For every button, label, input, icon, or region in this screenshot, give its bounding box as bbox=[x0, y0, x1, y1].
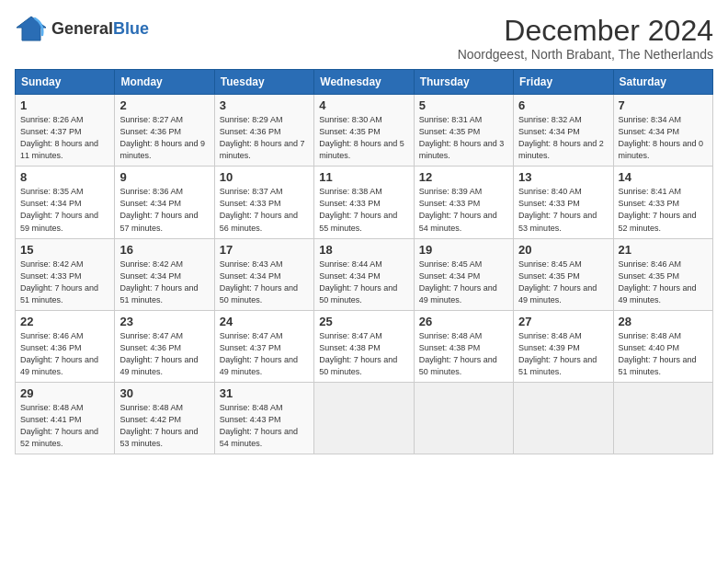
day-number: 9 bbox=[119, 170, 209, 184]
day-number: 17 bbox=[220, 243, 309, 257]
calendar-cell: 3 Sunrise: 8:29 AM Sunset: 4:36 PM Dayli… bbox=[214, 95, 313, 167]
calendar-table: SundayMondayTuesdayWednesdayThursdayFrid… bbox=[15, 69, 713, 454]
day-number: 21 bbox=[619, 243, 708, 257]
day-number: 13 bbox=[518, 170, 608, 184]
calendar-week-3: 15 Sunrise: 8:42 AM Sunset: 4:33 PM Dayl… bbox=[16, 238, 713, 310]
day-number: 23 bbox=[119, 315, 209, 328]
day-info: Sunrise: 8:32 AM Sunset: 4:34 PM Dayligh… bbox=[518, 114, 608, 162]
day-info: Sunrise: 8:29 AM Sunset: 4:36 PM Dayligh… bbox=[220, 114, 309, 162]
calendar-cell: 10 Sunrise: 8:37 AM Sunset: 4:33 PM Dayl… bbox=[214, 167, 313, 238]
calendar-cell: 2 Sunrise: 8:27 AM Sunset: 4:36 PM Dayli… bbox=[115, 95, 214, 167]
day-number: 27 bbox=[518, 315, 608, 328]
day-number: 8 bbox=[20, 170, 109, 184]
day-info: Sunrise: 8:48 AM Sunset: 4:43 PM Dayligh… bbox=[220, 402, 309, 450]
calendar-cell: 22 Sunrise: 8:46 AM Sunset: 4:36 PM Dayl… bbox=[16, 310, 115, 382]
day-number: 30 bbox=[119, 386, 209, 400]
col-header-friday: Friday bbox=[514, 70, 613, 95]
day-number: 22 bbox=[20, 315, 109, 328]
calendar-cell: 31 Sunrise: 8:48 AM Sunset: 4:43 PM Dayl… bbox=[214, 382, 313, 454]
calendar-cell: 13 Sunrise: 8:40 AM Sunset: 4:33 PM Dayl… bbox=[514, 167, 613, 238]
day-info: Sunrise: 8:47 AM Sunset: 4:36 PM Dayligh… bbox=[119, 330, 209, 378]
col-header-thursday: Thursday bbox=[414, 70, 513, 95]
page-header: General Blue December 2024 Noordgeest, N… bbox=[15, 15, 713, 62]
day-info: Sunrise: 8:27 AM Sunset: 4:36 PM Dayligh… bbox=[119, 114, 209, 162]
calendar-cell: 26 Sunrise: 8:48 AM Sunset: 4:38 PM Dayl… bbox=[414, 310, 513, 382]
col-header-saturday: Saturday bbox=[613, 70, 712, 95]
day-number: 20 bbox=[518, 243, 608, 257]
calendar-cell: 6 Sunrise: 8:32 AM Sunset: 4:34 PM Dayli… bbox=[514, 95, 613, 167]
day-info: Sunrise: 8:46 AM Sunset: 4:36 PM Dayligh… bbox=[20, 330, 109, 378]
logo: General Blue bbox=[15, 15, 149, 42]
day-info: Sunrise: 8:36 AM Sunset: 4:34 PM Dayligh… bbox=[119, 186, 209, 234]
calendar-cell: 20 Sunrise: 8:45 AM Sunset: 4:35 PM Dayl… bbox=[514, 238, 613, 310]
day-number: 14 bbox=[619, 170, 708, 184]
calendar-week-4: 22 Sunrise: 8:46 AM Sunset: 4:36 PM Dayl… bbox=[16, 310, 713, 382]
calendar-cell: 27 Sunrise: 8:48 AM Sunset: 4:39 PM Dayl… bbox=[514, 310, 613, 382]
page-title: December 2024 bbox=[458, 15, 713, 47]
calendar-week-2: 8 Sunrise: 8:35 AM Sunset: 4:34 PM Dayli… bbox=[16, 167, 713, 238]
day-info: Sunrise: 8:38 AM Sunset: 4:33 PM Dayligh… bbox=[319, 186, 408, 234]
calendar-cell: 11 Sunrise: 8:38 AM Sunset: 4:33 PM Dayl… bbox=[314, 167, 414, 238]
day-info: Sunrise: 8:44 AM Sunset: 4:34 PM Dayligh… bbox=[319, 259, 408, 306]
calendar-cell bbox=[414, 382, 513, 454]
day-info: Sunrise: 8:26 AM Sunset: 4:37 PM Dayligh… bbox=[20, 114, 109, 162]
day-info: Sunrise: 8:37 AM Sunset: 4:33 PM Dayligh… bbox=[220, 186, 309, 234]
day-info: Sunrise: 8:45 AM Sunset: 4:35 PM Dayligh… bbox=[518, 259, 608, 306]
day-info: Sunrise: 8:43 AM Sunset: 4:34 PM Dayligh… bbox=[220, 259, 309, 306]
day-number: 31 bbox=[220, 386, 309, 400]
col-header-sunday: Sunday bbox=[16, 70, 115, 95]
day-info: Sunrise: 8:40 AM Sunset: 4:33 PM Dayligh… bbox=[518, 186, 608, 234]
calendar-week-5: 29 Sunrise: 8:48 AM Sunset: 4:41 PM Dayl… bbox=[16, 382, 713, 454]
day-number: 12 bbox=[419, 170, 508, 184]
day-info: Sunrise: 8:39 AM Sunset: 4:33 PM Dayligh… bbox=[419, 186, 508, 234]
day-number: 19 bbox=[419, 243, 508, 257]
day-info: Sunrise: 8:42 AM Sunset: 4:34 PM Dayligh… bbox=[119, 259, 209, 306]
calendar-cell: 25 Sunrise: 8:47 AM Sunset: 4:38 PM Dayl… bbox=[314, 310, 414, 382]
day-number: 18 bbox=[319, 243, 408, 257]
calendar-cell: 15 Sunrise: 8:42 AM Sunset: 4:33 PM Dayl… bbox=[16, 238, 115, 310]
day-number: 28 bbox=[619, 315, 708, 328]
calendar-cell: 21 Sunrise: 8:46 AM Sunset: 4:35 PM Dayl… bbox=[613, 238, 712, 310]
col-header-wednesday: Wednesday bbox=[314, 70, 414, 95]
calendar-cell: 24 Sunrise: 8:47 AM Sunset: 4:37 PM Dayl… bbox=[214, 310, 313, 382]
title-block: December 2024 Noordgeest, North Brabant,… bbox=[458, 15, 713, 62]
day-number: 24 bbox=[220, 315, 309, 328]
calendar-cell bbox=[314, 382, 414, 454]
calendar-header-row: SundayMondayTuesdayWednesdayThursdayFrid… bbox=[16, 70, 713, 95]
calendar-cell: 19 Sunrise: 8:45 AM Sunset: 4:34 PM Dayl… bbox=[414, 238, 513, 310]
day-info: Sunrise: 8:45 AM Sunset: 4:34 PM Dayligh… bbox=[419, 259, 508, 306]
day-info: Sunrise: 8:48 AM Sunset: 4:41 PM Dayligh… bbox=[20, 402, 109, 450]
page-subtitle: Noordgeest, North Brabant, The Netherlan… bbox=[458, 47, 713, 62]
calendar-cell: 14 Sunrise: 8:41 AM Sunset: 4:33 PM Dayl… bbox=[613, 167, 712, 238]
calendar-cell: 18 Sunrise: 8:44 AM Sunset: 4:34 PM Dayl… bbox=[314, 238, 414, 310]
day-number: 10 bbox=[220, 170, 309, 184]
day-info: Sunrise: 8:48 AM Sunset: 4:42 PM Dayligh… bbox=[119, 402, 209, 450]
day-number: 6 bbox=[518, 98, 608, 112]
calendar-cell: 8 Sunrise: 8:35 AM Sunset: 4:34 PM Dayli… bbox=[16, 167, 115, 238]
calendar-cell: 23 Sunrise: 8:47 AM Sunset: 4:36 PM Dayl… bbox=[115, 310, 214, 382]
day-number: 3 bbox=[220, 98, 309, 112]
calendar-cell: 30 Sunrise: 8:48 AM Sunset: 4:42 PM Dayl… bbox=[115, 382, 214, 454]
day-number: 4 bbox=[319, 98, 408, 112]
calendar-week-1: 1 Sunrise: 8:26 AM Sunset: 4:37 PM Dayli… bbox=[16, 95, 713, 167]
day-info: Sunrise: 8:48 AM Sunset: 4:38 PM Dayligh… bbox=[419, 330, 508, 378]
calendar-cell: 5 Sunrise: 8:31 AM Sunset: 4:35 PM Dayli… bbox=[414, 95, 513, 167]
day-info: Sunrise: 8:47 AM Sunset: 4:38 PM Dayligh… bbox=[319, 330, 408, 378]
day-number: 5 bbox=[419, 98, 508, 112]
calendar-cell: 7 Sunrise: 8:34 AM Sunset: 4:34 PM Dayli… bbox=[613, 95, 712, 167]
day-info: Sunrise: 8:41 AM Sunset: 4:33 PM Dayligh… bbox=[619, 186, 708, 234]
day-number: 16 bbox=[119, 243, 209, 257]
logo-icon bbox=[15, 15, 48, 42]
day-info: Sunrise: 8:30 AM Sunset: 4:35 PM Dayligh… bbox=[319, 114, 408, 162]
day-number: 25 bbox=[319, 315, 408, 328]
day-info: Sunrise: 8:31 AM Sunset: 4:35 PM Dayligh… bbox=[419, 114, 508, 162]
day-info: Sunrise: 8:35 AM Sunset: 4:34 PM Dayligh… bbox=[20, 186, 109, 234]
calendar-cell: 9 Sunrise: 8:36 AM Sunset: 4:34 PM Dayli… bbox=[115, 167, 214, 238]
day-number: 2 bbox=[119, 98, 209, 112]
day-number: 1 bbox=[20, 98, 109, 112]
day-number: 26 bbox=[419, 315, 508, 328]
day-info: Sunrise: 8:42 AM Sunset: 4:33 PM Dayligh… bbox=[20, 259, 109, 306]
calendar-cell: 12 Sunrise: 8:39 AM Sunset: 4:33 PM Dayl… bbox=[414, 167, 513, 238]
calendar-cell bbox=[514, 382, 613, 454]
day-info: Sunrise: 8:48 AM Sunset: 4:40 PM Dayligh… bbox=[619, 330, 708, 378]
